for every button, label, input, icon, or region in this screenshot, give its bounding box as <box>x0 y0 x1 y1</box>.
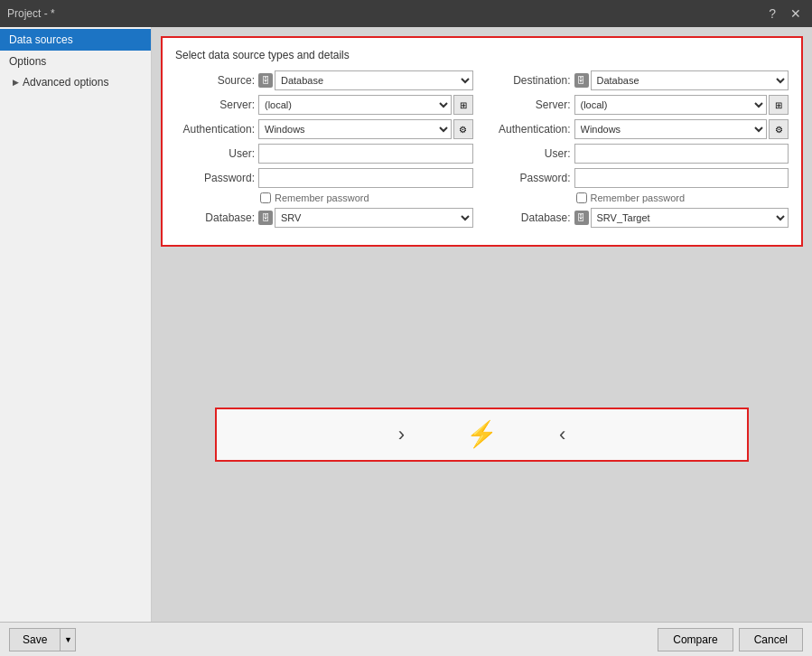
dest-password-row: Password: <box>491 168 789 188</box>
destination-column: Destination: 🗄 Database Server: <box>491 70 789 232</box>
close-button[interactable]: ✕ <box>787 6 805 21</box>
dest-auth-wrap: Windows ⚙ <box>574 119 789 139</box>
dest-remember-label: Remember password <box>591 192 686 203</box>
ssms-center-icon: ⚡ <box>466 419 498 449</box>
main-content: Data sources Options ▶ Advanced options … <box>0 27 812 622</box>
title-bar: Project - * ? ✕ <box>0 0 812 27</box>
source-type-select[interactable]: Database <box>275 70 473 90</box>
window-title: Project - * <box>7 7 55 20</box>
source-user-row: User: <box>175 144 473 164</box>
source-type-row: Source: 🗄 Database <box>175 70 473 90</box>
save-button[interactable]: Save <box>9 628 60 651</box>
dest-password-input[interactable] <box>574 168 789 188</box>
save-dropdown-button[interactable]: ▼ <box>60 628 76 651</box>
sidebar-item-advanced-options[interactable]: ▶ Advanced options <box>0 72 151 92</box>
source-database-label: Database: <box>175 211 255 224</box>
spacer2 <box>161 471 803 614</box>
dest-label: Destination: <box>491 74 571 87</box>
source-database-row: Database: 🗄 SRV <box>175 208 473 228</box>
compare-panel: › ⚡ ‹ <box>215 408 749 462</box>
sidebar-advanced-label: Advanced options <box>23 76 108 89</box>
source-user-input[interactable] <box>258 144 473 164</box>
sidebar-item-options-label: Options <box>9 55 46 68</box>
source-database-wrap: 🗄 SRV <box>258 208 473 228</box>
right-panel: Select data source types and details Sou… <box>152 27 812 622</box>
dest-auth-select[interactable]: Windows <box>574 119 768 139</box>
title-bar-controls: ? ✕ <box>765 6 805 21</box>
compare-button[interactable]: Compare <box>658 628 733 651</box>
source-remember-label: Remember password <box>275 192 369 203</box>
datasource-title: Select data source types and details <box>175 49 789 61</box>
source-remember-row: Remember password <box>260 192 473 203</box>
source-db-db-icon: 🗄 <box>258 211 273 225</box>
dest-auth-label: Authentication: <box>491 123 571 136</box>
sidebar-item-data-sources[interactable]: Data sources <box>0 29 151 51</box>
source-server-wrap: (local) ⊞ <box>258 95 473 115</box>
dest-server-row: Server: (local) ⊞ <box>491 95 789 115</box>
dest-server-wrap: (local) ⊞ <box>574 95 789 115</box>
dest-db-icon: 🗄 <box>574 73 589 88</box>
sidebar: Data sources Options ▶ Advanced options <box>0 27 152 622</box>
bottom-toolbar: Save ▼ Compare Cancel <box>0 622 812 656</box>
left-arrow-button[interactable]: › <box>391 419 412 450</box>
dest-remember-row: Remember password <box>576 192 789 203</box>
dest-type-row: Destination: 🗄 Database <box>491 70 789 90</box>
dest-database-label: Database: <box>491 211 571 224</box>
dest-user-row: User: <box>491 144 789 164</box>
dest-server-label: Server: <box>491 98 571 111</box>
source-server-browse-button[interactable]: ⊞ <box>453 95 473 115</box>
sidebar-item-options[interactable]: Options <box>0 51 151 72</box>
source-password-row: Password: <box>175 168 473 188</box>
source-server-label: Server: <box>175 98 255 111</box>
bottom-left: Save ▼ <box>9 628 76 651</box>
dest-db-db-icon: 🗄 <box>574 211 589 225</box>
help-button[interactable]: ? <box>765 6 779 21</box>
source-database-select[interactable]: SRV <box>275 208 473 228</box>
dest-type-wrap: 🗄 Database <box>574 70 789 90</box>
dest-server-select[interactable]: (local) <box>574 95 768 115</box>
dest-auth-row: Authentication: Windows ⚙ <box>491 119 789 139</box>
source-column: Source: 🗄 Database Server: <box>175 70 473 232</box>
sidebar-item-data-sources-label: Data sources <box>9 33 73 46</box>
dest-password-label: Password: <box>491 172 571 184</box>
source-db-icon: 🗄 <box>258 73 273 88</box>
source-auth-row: Authentication: Windows ⚙ <box>175 119 473 139</box>
dest-user-label: User: <box>491 147 571 160</box>
dest-database-wrap: 🗄 SRV_Target <box>574 208 789 228</box>
source-auth-wrap: Windows ⚙ <box>258 119 473 139</box>
chevron-right-icon: ▶ <box>13 78 19 87</box>
dest-auth-browse-button[interactable]: ⚙ <box>769 119 789 139</box>
source-server-select[interactable]: (local) <box>258 95 452 115</box>
dest-database-row: Database: 🗄 SRV_Target <box>491 208 789 228</box>
source-user-label: User: <box>175 147 255 160</box>
dest-database-select[interactable]: SRV_Target <box>591 208 789 228</box>
source-auth-label: Authentication: <box>175 123 255 136</box>
src-dest-row: Source: 🗄 Database Server: <box>175 70 789 232</box>
source-type-wrap: 🗄 Database <box>258 70 473 90</box>
datasource-box: Select data source types and details Sou… <box>161 36 803 247</box>
source-password-input[interactable] <box>258 168 473 188</box>
source-password-label: Password: <box>175 172 255 184</box>
right-arrow-button[interactable]: ‹ <box>552 419 573 450</box>
source-remember-checkbox[interactable] <box>260 192 271 203</box>
spacer <box>161 256 803 398</box>
source-label: Source: <box>175 74 255 87</box>
dest-type-select[interactable]: Database <box>591 70 789 90</box>
source-server-row: Server: (local) ⊞ <box>175 95 473 115</box>
source-auth-select[interactable]: Windows <box>258 119 452 139</box>
bottom-right: Compare Cancel <box>658 628 803 651</box>
cancel-button[interactable]: Cancel <box>739 628 803 651</box>
dest-remember-checkbox[interactable] <box>576 192 587 203</box>
dest-user-input[interactable] <box>574 144 789 164</box>
source-auth-browse-button[interactable]: ⚙ <box>453 119 473 139</box>
dest-server-browse-button[interactable]: ⊞ <box>769 95 789 115</box>
